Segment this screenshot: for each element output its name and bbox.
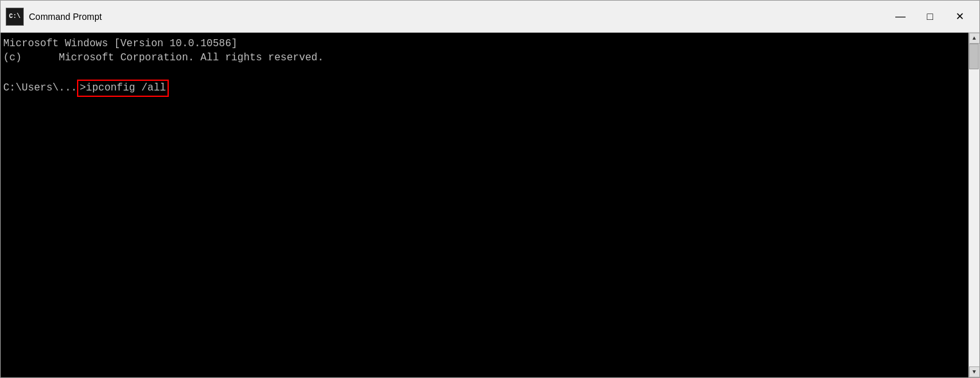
title-bar: C:\ Command Prompt — □ ✕ <box>1 1 979 33</box>
window-controls: — □ ✕ <box>886 1 974 33</box>
close-button[interactable]: ✕ <box>945 1 974 33</box>
prompt-text: C:\Users\... <box>3 81 77 95</box>
terminal-area[interactable]: Microsoft Windows [Version 10.0.10586] (… <box>1 33 968 377</box>
scrollbar-thumb[interactable] <box>969 44 979 69</box>
terminal-line-2: (c) Microsoft Corporation. All rights re… <box>3 51 966 65</box>
command-highlight: >ipconfig /all <box>77 80 168 96</box>
scrollbar-track[interactable] <box>969 44 979 366</box>
prompt-line: C:\Users\... >ipconfig /all <box>3 80 966 96</box>
minimize-button[interactable]: — <box>886 1 915 33</box>
maximize-button[interactable]: □ <box>915 1 945 33</box>
scroll-up-arrow[interactable]: ▲ <box>969 33 980 44</box>
scrollbar[interactable]: ▲ ▼ <box>968 33 979 377</box>
terminal-line-1: Microsoft Windows [Version 10.0.10586] <box>3 37 966 51</box>
window-body: Microsoft Windows [Version 10.0.10586] (… <box>1 33 979 377</box>
window-title: Command Prompt <box>29 12 886 22</box>
scroll-down-arrow[interactable]: ▼ <box>969 366 980 377</box>
command-prompt-window: C:\ Command Prompt — □ ✕ Microsoft Windo… <box>0 0 980 378</box>
terminal-line-empty <box>3 65 966 80</box>
app-icon: C:\ <box>6 8 24 26</box>
